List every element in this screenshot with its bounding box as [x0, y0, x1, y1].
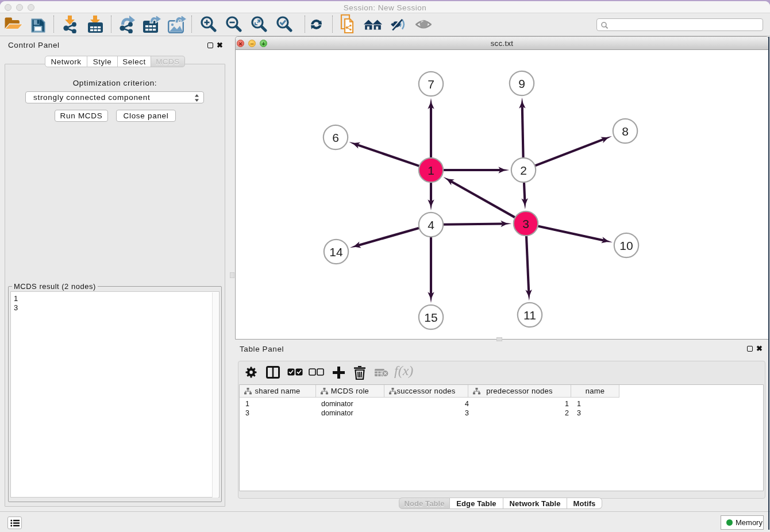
svg-text:8: 8 [622, 125, 629, 138]
svg-text:6: 6 [332, 131, 339, 144]
svg-text:4: 4 [428, 218, 434, 232]
svg-text:1: 1 [428, 164, 434, 177]
svg-text:2: 2 [520, 164, 527, 177]
svg-text:7: 7 [428, 78, 434, 91]
svg-text:11: 11 [523, 309, 536, 322]
svg-text:14: 14 [329, 245, 343, 259]
svg-text:9: 9 [518, 77, 525, 90]
svg-text:10: 10 [619, 239, 633, 252]
svg-text:15: 15 [424, 311, 437, 324]
svg-text:3: 3 [522, 217, 529, 230]
